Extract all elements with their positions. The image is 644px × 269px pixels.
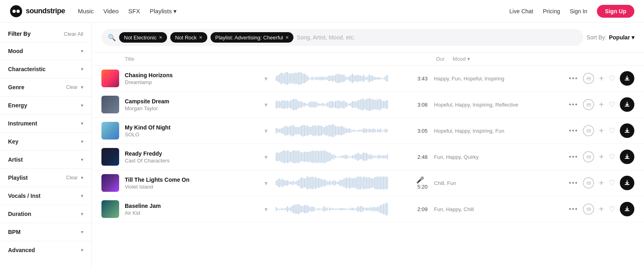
favorite-button[interactable]: ♡ [609,126,615,135]
add-to-playlist-button[interactable]: + [599,205,604,214]
waveform-bar [315,102,316,107]
vocals-section-header[interactable]: Vocals / Inst ▾ [0,187,91,205]
artist-section-header[interactable]: Artist ▾ [0,151,91,168]
waveform-bar [366,99,367,110]
waveform-bar [308,126,310,135]
clear-all-button[interactable]: Clear All [64,31,83,37]
waveform-bar [307,76,308,82]
waveform-bar [355,178,356,188]
tag-playlist-cheerful-close[interactable]: × [285,34,289,41]
col-mood-header[interactable]: Mood ▾ [453,56,554,62]
waveform-bar [359,76,360,81]
track-expand-icon[interactable]: ▾ [260,179,272,187]
waveform-bar [352,74,353,83]
more-options-button[interactable]: ••• [569,179,578,187]
playlist-section-header[interactable]: Playlist Clear ▾ [0,169,91,187]
key-section-header[interactable]: Key ▾ [0,133,91,150]
track-expand-icon[interactable]: ▾ [260,101,272,109]
waveform-bar [311,206,312,212]
tag-not-rock-close[interactable]: × [199,34,202,41]
nav-video[interactable]: Video [103,8,119,14]
waveform[interactable] [276,97,411,112]
radio-signal-button[interactable]: ((•)) [583,99,594,110]
waveform[interactable] [276,150,411,164]
add-to-playlist-button[interactable]: + [599,152,604,162]
favorite-button[interactable]: ♡ [609,152,615,161]
more-options-button[interactable]: ••• [569,75,578,82]
sort-value[interactable]: Popular ▾ [609,34,634,41]
playlist-clear-button[interactable]: Clear [66,175,78,181]
more-options-button[interactable]: ••• [569,153,578,160]
add-to-playlist-button[interactable]: + [599,126,604,136]
nav-playlists[interactable]: Playlists ▾ [150,8,177,15]
waveform-bar [384,155,386,158]
waveform[interactable] [276,202,411,216]
waveform-bar [386,155,387,158]
radio-signal-button[interactable]: ((•)) [583,151,594,162]
characteristic-section-header[interactable]: Characteristic ▾ [0,60,91,78]
favorite-button[interactable]: ♡ [609,205,615,214]
track-expand-icon[interactable]: ▾ [260,205,272,213]
track-expand-icon[interactable]: ▾ [260,153,272,161]
advanced-section-header[interactable]: Advanced ▾ [0,241,91,259]
waveform-bar [384,177,386,189]
waveform-bar [359,207,360,212]
genre-clear-button[interactable]: Clear [66,84,78,90]
duration-section-header[interactable]: Duration ▾ [0,205,91,223]
waveform-bar [283,150,284,163]
radio-signal-button[interactable]: ((•)) [583,203,594,215]
waveform[interactable] [276,176,411,190]
track-expand-icon[interactable]: ▾ [260,75,272,82]
energy-section-header[interactable]: Energy ▾ [0,97,91,114]
sidebar-section-duration: Duration ▾ [0,205,91,223]
nav-music[interactable]: Music [78,8,94,14]
add-to-playlist-button[interactable]: + [599,74,604,83]
radio-signal-button[interactable]: ((•)) [583,73,594,84]
logo[interactable]: soundstripe [10,5,65,18]
waveform[interactable] [276,123,411,138]
waveform-bar [283,127,284,134]
waveform-bar [356,101,357,108]
waveform-bar [382,101,383,109]
track-mood: Happy, Fun, Hopeful, Inspiring [434,76,569,82]
download-button[interactable] [620,150,634,164]
waveform-bar [304,125,305,137]
favorite-button[interactable]: ♡ [609,74,615,83]
logo-icon [10,5,23,18]
add-to-playlist-button[interactable]: + [599,100,604,109]
waveform-bar [373,207,374,212]
radio-signal-button[interactable]: ((•)) [583,177,594,189]
tag-not-electronic-close[interactable]: × [159,34,162,41]
waveform-bar [362,206,363,212]
nav-sfx[interactable]: SFX [128,8,140,14]
download-button[interactable] [620,176,634,190]
waveform-bar [289,208,290,211]
download-button[interactable] [620,97,634,112]
mood-section-header[interactable]: Mood ▾ [0,42,91,60]
sign-up-button[interactable]: Sign Up [597,5,634,18]
track-expand-icon[interactable]: ▾ [260,127,272,135]
track-duration: 2:09 [414,206,434,212]
bpm-section-header[interactable]: BPM ▾ [0,223,91,241]
download-button[interactable] [620,123,634,138]
waveform-bar [348,104,349,106]
waveform[interactable] [276,71,411,86]
download-button[interactable] [620,71,634,86]
genre-section-header[interactable]: Genre Clear ▾ [0,78,91,96]
sign-in-button[interactable]: Sign In [570,8,588,14]
waveform-bar [286,125,287,136]
download-button[interactable] [620,202,634,216]
instrument-section-header[interactable]: Instrument ▾ [0,115,91,132]
favorite-button[interactable]: ♡ [609,179,615,187]
radio-signal-button[interactable]: ((•)) [583,125,594,136]
pricing-link[interactable]: Pricing [543,8,560,14]
more-options-button[interactable]: ••• [569,127,578,134]
waveform-bar [363,207,364,211]
search-input-wrap[interactable]: 🔍 Not Electronic × Not Rock × Playlist: … [101,29,583,46]
more-options-button[interactable]: ••• [569,101,578,108]
waveform-bar [294,150,295,163]
favorite-button[interactable]: ♡ [609,100,615,109]
more-options-button[interactable]: ••• [569,205,578,213]
live-chat-link[interactable]: Live Chat [510,8,533,14]
add-to-playlist-button[interactable]: + [599,179,604,188]
